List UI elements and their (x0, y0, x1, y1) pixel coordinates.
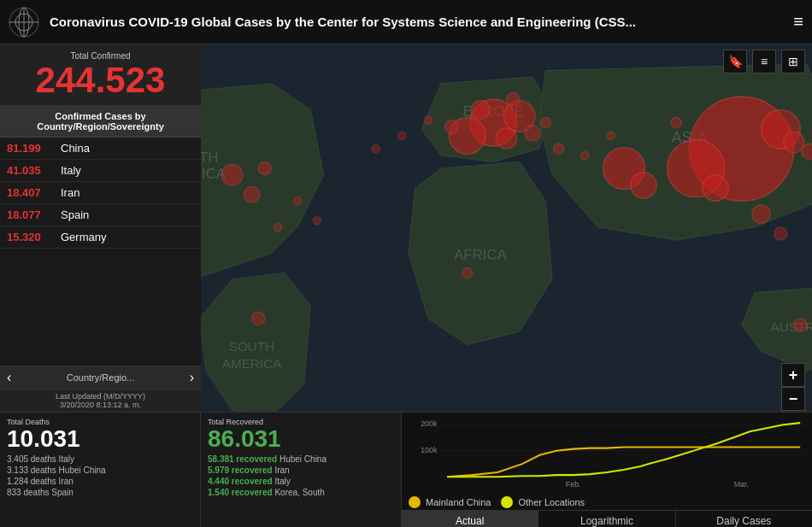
svg-point-42 (554, 143, 564, 154)
chart-tab-daily-cases[interactable]: Daily Cases (676, 511, 812, 528)
chart-panel: 200k 100k Feb. Mar. Mainland China (402, 413, 812, 527)
world-map: NORTH AMERICA SOUTH AMERICA EUROPE AFRIC… (201, 44, 812, 462)
zoom-out-button[interactable]: − (781, 387, 805, 411)
chart-svg: 200k 100k Feb. Mar. (405, 416, 809, 495)
other-locations-label: Other Locations (518, 497, 585, 507)
mainland-china-label: Mainland China (426, 497, 491, 507)
svg-text:200k: 200k (421, 419, 438, 428)
svg-point-36 (794, 319, 807, 331)
list-item[interactable]: 18.077 Spain (0, 204, 201, 226)
other-locations-dot (501, 496, 513, 508)
svg-point-37 (252, 312, 265, 325)
svg-point-23 (525, 126, 540, 141)
svg-point-25 (507, 93, 520, 106)
country-count: 18.077 (7, 208, 54, 221)
app-title: Coronavirus COVID-19 Global Cases by the… (50, 15, 793, 29)
country-count: 15.320 (7, 231, 54, 243)
list-item[interactable]: 15.320 Germany (0, 226, 201, 249)
country-count: 41.035 (7, 164, 54, 177)
prev-page-button[interactable]: ‹ (7, 370, 11, 385)
svg-text:NORTH: NORTH (201, 149, 218, 166)
svg-point-38 (462, 267, 473, 278)
svg-point-33 (802, 143, 812, 159)
svg-point-26 (540, 118, 550, 128)
country-name: Italy (61, 164, 81, 177)
list-icon[interactable]: ≡ (752, 50, 776, 73)
death-sub-1b: 3.405 deaths Italy (7, 454, 193, 464)
bookmark-icon[interactable]: 🔖 (723, 50, 747, 73)
recovered-sub-4: 1.540 recovered Korea, South (208, 488, 394, 497)
svg-text:Feb.: Feb. (566, 480, 581, 489)
svg-point-40 (581, 151, 589, 159)
svg-text:100k: 100k (421, 446, 438, 454)
chart-tabs: Actual Logarithmic Daily Cases (402, 510, 812, 528)
svg-point-46 (424, 116, 432, 124)
legend-mainland-china: Mainland China (409, 496, 491, 508)
svg-point-32 (783, 132, 803, 152)
svg-point-50 (313, 217, 321, 225)
app-header: Coronavirus COVID-19 Global Cases by the… (0, 0, 812, 44)
menu-icon[interactable]: ≡ (793, 12, 803, 32)
svg-point-34 (752, 205, 770, 223)
svg-point-35 (774, 227, 787, 240)
mainland-china-dot (409, 496, 421, 508)
svg-point-31 (258, 162, 271, 175)
svg-point-21 (496, 128, 516, 149)
svg-point-39 (607, 132, 615, 139)
svg-point-41 (671, 118, 681, 128)
map-controls-top: 🔖 ≡ ⊞ (723, 50, 805, 73)
country-count: 18.407 (7, 186, 54, 199)
svg-text:SOUTH: SOUTH (229, 339, 274, 354)
deaths-panel: Total Deaths 10.031 3.405 deaths Italy 3… (0, 413, 201, 527)
svg-point-28 (631, 173, 657, 199)
list-item[interactable]: 81.199 China (0, 138, 201, 160)
recovered-number: 86.031 (208, 426, 394, 453)
death-sub-4b: 833 deaths Spain (7, 488, 193, 497)
deaths-number-bottom: 10.031 (7, 426, 193, 453)
bottom-row: Total Deaths 10.031 3.405 deaths Italy 3… (0, 412, 812, 527)
svg-text:AFRICA: AFRICA (454, 247, 507, 263)
list-item[interactable]: 41.035 Italy (0, 160, 201, 182)
map-zoom-controls: + − (781, 363, 805, 411)
svg-point-30 (244, 187, 259, 202)
app-logo (9, 7, 39, 38)
death-sub-3b: 1.284 deaths Iran (7, 477, 193, 486)
country-list: 81.199 China 41.035 Italy 18.407 Iran 18… (0, 138, 201, 366)
last-updated: Last Updated (M/D/YYYY) 3/20/2020 8:13:1… (0, 389, 201, 412)
svg-text:AMERICA: AMERICA (222, 356, 282, 371)
legend-other-locations: Other Locations (501, 496, 585, 508)
country-count: 81.199 (7, 142, 54, 155)
recovered-panel: Total Recovered 86.031 58.381 recovered … (201, 413, 402, 527)
svg-point-47 (398, 132, 406, 139)
svg-point-17 (703, 175, 729, 202)
chart-area: 200k 100k Feb. Mar. (402, 413, 812, 495)
zoom-in-button[interactable]: + (781, 363, 805, 387)
svg-text:Mar.: Mar. (734, 480, 749, 489)
country-name: China (61, 142, 90, 155)
recovered-sub-2: 5.979 recovered Iran (208, 466, 394, 475)
svg-point-49 (293, 197, 301, 205)
country-name: Germany (61, 231, 106, 243)
expand-icon[interactable]: ⊞ (781, 50, 805, 73)
total-confirmed-number: 244.523 (3, 61, 197, 100)
recovered-sub-1: 58.381 recovered Hubei China (208, 454, 394, 464)
svg-point-24 (445, 120, 458, 133)
death-sub-2b: 3.133 deaths Hubei China (7, 466, 193, 475)
chart-tab-actual[interactable]: Actual (402, 511, 538, 528)
svg-point-22 (471, 101, 489, 119)
recovered-sub-3: 4.440 recovered Italy (208, 477, 394, 486)
pagination-row: ‹ Country/Regio... › (0, 366, 201, 389)
chart-tab-logarithmic[interactable]: Logarithmic (538, 511, 675, 528)
svg-point-51 (274, 223, 281, 231)
confirmed-cases-header: Confirmed Cases by Country/Region/Sovere… (0, 106, 201, 138)
country-name: Spain (61, 208, 89, 221)
list-item[interactable]: 18.407 Iran (0, 182, 201, 204)
next-page-button[interactable]: › (190, 370, 194, 385)
svg-point-48 (372, 145, 380, 153)
svg-point-29 (221, 165, 242, 185)
map-container[interactable]: 🔖 ≡ ⊞ NORTH (201, 44, 812, 462)
pagination-label: Country/Regio... (67, 372, 134, 383)
country-name: Iran (61, 186, 79, 199)
total-confirmed-box: Total Confirmed 244.523 (0, 44, 201, 106)
